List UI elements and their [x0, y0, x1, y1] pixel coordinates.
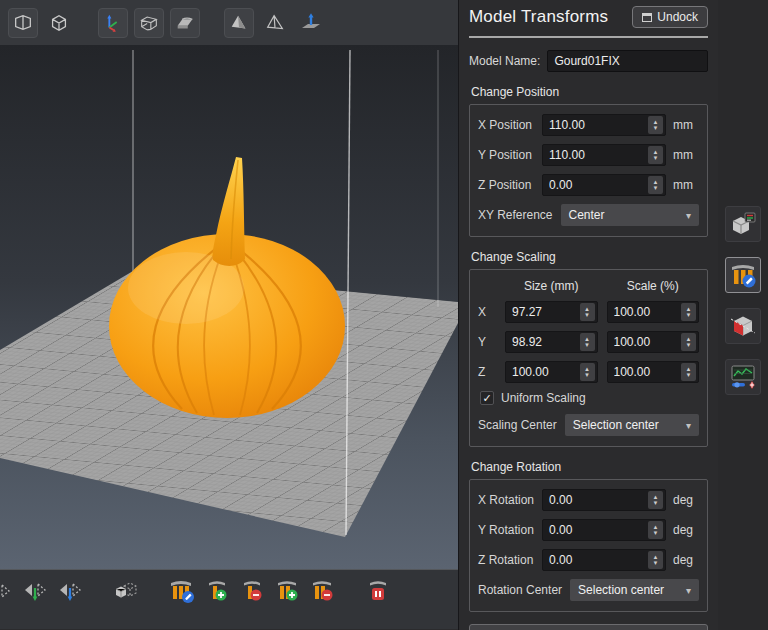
- cut-tool-icon[interactable]: [725, 308, 761, 344]
- x-axis-label: X: [478, 305, 496, 319]
- change-scaling-group: Size (mm) Scale (%) X ▲▼ ▲▼ Y ▲▼ ▲▼ Z ▲▼…: [469, 269, 708, 447]
- y-size-spinner[interactable]: ▲▼: [580, 333, 595, 351]
- rotation-center-label: Rotation Center: [478, 583, 562, 597]
- wireframe-pyramid-icon[interactable]: [260, 8, 290, 38]
- y-size-input[interactable]: [506, 335, 580, 349]
- change-scaling-heading: Change Scaling: [471, 250, 708, 264]
- x-scale-input[interactable]: [608, 305, 682, 319]
- y-rotation-spinner[interactable]: ▲▼: [648, 521, 663, 539]
- wireframe-cube-icon[interactable]: [44, 8, 74, 38]
- y-position-unit: mm: [673, 148, 699, 162]
- change-rotation-group: X Rotation ▲▼ deg Y Rotation ▲▼ deg Z Ro…: [469, 479, 708, 612]
- undock-button[interactable]: Undock: [632, 6, 708, 28]
- y-rotation-unit: deg: [673, 523, 699, 537]
- scaling-center-label: Scaling Center: [478, 418, 557, 432]
- xy-reference-label: XY Reference: [478, 208, 553, 222]
- x-rotation-spinner[interactable]: ▲▼: [648, 491, 663, 509]
- z-position-label: Z Position: [478, 178, 542, 192]
- remove-all-supports-icon[interactable]: [308, 577, 336, 605]
- tool-sidebar: [718, 0, 768, 630]
- solid-pyramid-icon[interactable]: [224, 8, 254, 38]
- x-scale-spinner[interactable]: ▲▼: [681, 303, 696, 321]
- uniform-scaling-checkbox[interactable]: ✓: [480, 391, 494, 405]
- chevron-down-icon: ▾: [686, 585, 691, 596]
- reset-all-transforms-button[interactable]: Reset All Transforms: [469, 624, 708, 630]
- mirror-x-icon[interactable]: [0, 577, 14, 605]
- edit-supports-icon[interactable]: [168, 577, 196, 605]
- y-rotation-input[interactable]: [543, 523, 648, 537]
- mirror-y-icon[interactable]: [21, 577, 49, 605]
- rotation-center-dropdown[interactable]: Selection center ▾: [570, 579, 699, 601]
- y-position-spinner[interactable]: ▲▼: [648, 146, 663, 164]
- clone-model-icon[interactable]: [112, 577, 140, 605]
- uniform-scaling-label: Uniform Scaling: [501, 391, 586, 405]
- z-scale-spinner[interactable]: ▲▼: [681, 363, 696, 381]
- mirror-z-icon[interactable]: [56, 577, 84, 605]
- supports-tool-icon[interactable]: [725, 257, 761, 293]
- z-size-spinner[interactable]: ▲▼: [580, 363, 595, 381]
- z-rotation-label: Z Rotation: [478, 553, 542, 567]
- z-position-unit: mm: [673, 178, 699, 192]
- x-rotation-unit: deg: [673, 493, 699, 507]
- printer-control-icon[interactable]: [725, 359, 761, 395]
- y-position-input[interactable]: [543, 148, 648, 162]
- x-size-input[interactable]: [506, 305, 580, 319]
- y-axis-label: Y: [478, 335, 496, 349]
- change-rotation-heading: Change Rotation: [471, 460, 708, 474]
- y-scale-input[interactable]: [608, 335, 682, 349]
- x-position-unit: mm: [673, 118, 699, 132]
- scaling-center-dropdown[interactable]: Selection center ▾: [565, 414, 699, 436]
- view-toolbar: [0, 0, 458, 45]
- xy-reference-dropdown[interactable]: Center ▾: [561, 204, 700, 226]
- pause-point-icon[interactable]: [364, 577, 392, 605]
- print-bed-icon[interactable]: [170, 8, 200, 38]
- model-toolbar: [0, 570, 458, 629]
- x-rotation-input[interactable]: [543, 493, 648, 507]
- checkbox-check: ✓: [482, 392, 491, 405]
- z-position-input[interactable]: [543, 178, 648, 192]
- model-name-input[interactable]: [548, 54, 707, 68]
- change-position-heading: Change Position: [471, 85, 708, 99]
- model-name-label: Model Name:: [469, 54, 540, 68]
- move-axes-icon[interactable]: [98, 8, 128, 38]
- z-rotation-unit: deg: [673, 553, 699, 567]
- add-support-icon[interactable]: [203, 577, 231, 605]
- model-info-icon[interactable]: [725, 206, 761, 242]
- x-position-input[interactable]: [543, 118, 648, 132]
- undock-label: Undock: [657, 10, 698, 24]
- y-scale-spinner[interactable]: ▲▼: [681, 333, 696, 351]
- size-column-header: Size (mm): [505, 279, 598, 293]
- remove-support-icon[interactable]: [238, 577, 266, 605]
- build-volume-box-icon[interactable]: [134, 8, 164, 38]
- arrow-up-plane-icon[interactable]: [296, 8, 326, 38]
- front-view-cube-icon[interactable]: [8, 8, 38, 38]
- z-scale-input[interactable]: [608, 365, 682, 379]
- z-position-spinner[interactable]: ▲▼: [648, 176, 663, 194]
- x-position-label: X Position: [478, 118, 542, 132]
- x-position-spinner[interactable]: ▲▼: [648, 116, 663, 134]
- change-position-group: X Position ▲▼ mm Y Position ▲▼ mm Z Posi…: [469, 104, 708, 237]
- z-size-input[interactable]: [506, 365, 580, 379]
- chevron-down-icon: ▾: [686, 210, 691, 221]
- chevron-down-icon: ▾: [686, 420, 691, 431]
- z-rotation-spinner[interactable]: ▲▼: [648, 551, 663, 569]
- viewport-3d[interactable]: [0, 45, 458, 570]
- window-icon: [642, 13, 652, 22]
- scale-column-header: Scale (%): [607, 279, 700, 293]
- x-size-spinner[interactable]: ▲▼: [580, 303, 595, 321]
- app-window: Model Transforms Undock Model Name: Chan…: [0, 0, 768, 630]
- z-axis-label: Z: [478, 365, 496, 379]
- model-transforms-panel: Model Transforms Undock Model Name: Chan…: [458, 0, 718, 630]
- y-rotation-label: Y Rotation: [478, 523, 542, 537]
- z-rotation-input[interactable]: [543, 553, 648, 567]
- page-title: Model Transforms: [469, 7, 608, 27]
- y-position-label: Y Position: [478, 148, 542, 162]
- workspace-column: [0, 0, 458, 630]
- add-all-supports-icon[interactable]: [273, 577, 301, 605]
- x-rotation-label: X Rotation: [478, 493, 542, 507]
